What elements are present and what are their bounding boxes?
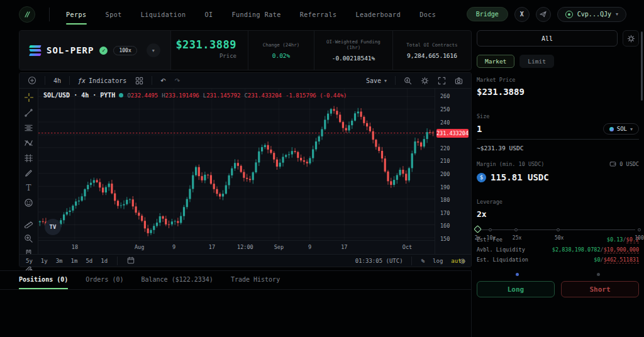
scrollbar-thumb[interactable] xyxy=(641,31,643,101)
layout-grid-button[interactable] xyxy=(132,75,147,86)
short-button[interactable]: Short xyxy=(561,281,639,297)
slider-tick-label: 10x xyxy=(487,235,496,241)
price-tick: 170 xyxy=(440,210,450,216)
magnifier-plus-icon xyxy=(24,234,33,243)
nav-item-referrals[interactable]: Referrals xyxy=(300,8,337,21)
solana-icon xyxy=(30,45,41,55)
slider-tick-label: 50x xyxy=(555,235,564,241)
range-1d-button[interactable]: 1d xyxy=(99,257,109,265)
nav-right-group: Bridge X Cvp...QJy ▾ xyxy=(467,7,626,22)
tradingview-logo[interactable]: TV xyxy=(45,219,61,235)
market-dropdown-button[interactable]: ▾ xyxy=(147,43,160,57)
long-button[interactable]: Long xyxy=(477,281,555,297)
size-asset-select[interactable]: SOL ▾ xyxy=(603,123,639,135)
app-root: Perps Spot Liquidation OI Funding Rate R… xyxy=(0,0,644,337)
range-3m-button[interactable]: 3m xyxy=(55,257,64,265)
emoji-tool[interactable] xyxy=(23,198,35,207)
market-selector[interactable]: SOL-PERP ✓ 100x ▾ xyxy=(19,31,171,70)
nav-item-funding-rate[interactable]: Funding Rate xyxy=(231,8,280,21)
nav-item-perps[interactable]: Perps xyxy=(66,8,87,21)
time-tick: 9 xyxy=(172,244,175,250)
crosshair-tool[interactable] xyxy=(23,92,35,102)
drawing-toolbar: T xyxy=(19,89,38,254)
time-axis[interactable]: 18Aug91712:00Sep917Oct xyxy=(38,240,435,254)
order-panel: All Market Limit Market Price $231.3889 … xyxy=(477,30,639,268)
order-settings-button[interactable] xyxy=(623,30,639,47)
wallet-button[interactable]: Cvp...QJy ▾ xyxy=(557,7,626,22)
x-social-button[interactable]: X xyxy=(514,7,530,22)
redo-button[interactable]: ↷ xyxy=(172,76,183,86)
liquidation-price[interactable]: $462.511831 xyxy=(604,257,639,263)
range-5d-button[interactable]: 5d xyxy=(84,257,94,265)
nav-item-leaderboard[interactable]: Leaderboard xyxy=(355,8,401,21)
telegram-button[interactable] xyxy=(536,7,551,22)
margin-label: Margin (min. 10 USDC) xyxy=(477,161,544,167)
tab-limit[interactable]: Limit xyxy=(519,55,554,68)
chart-plot-area[interactable]: SOL/USD · 4h · PYTH O232.4495 H233.19149… xyxy=(38,89,435,240)
add-compare-button[interactable] xyxy=(25,75,40,86)
interval-button[interactable]: 4h xyxy=(50,76,64,86)
fib-retracement-tool[interactable] xyxy=(23,123,35,133)
range-1m-button[interactable]: 1m xyxy=(70,257,79,265)
tab-orders[interactable]: Orders (0) xyxy=(86,276,123,289)
chart-plot-wrap: SOL/USD · 4h · PYTH O232.4495 H233.19149… xyxy=(38,89,435,254)
candlestick-chart[interactable] xyxy=(38,89,435,240)
nav-item-liquidation[interactable]: Liquidation xyxy=(141,8,186,21)
size-input[interactable] xyxy=(477,124,546,134)
undo-button[interactable]: ↶ xyxy=(157,76,169,86)
goto-date-button[interactable] xyxy=(126,256,136,266)
position-tool[interactable] xyxy=(23,153,35,163)
quick-search-button[interactable] xyxy=(401,75,415,86)
account-all-button[interactable]: All xyxy=(477,30,618,47)
range-5y-button[interactable]: 5y xyxy=(25,257,34,265)
wallet-address: Cvp...QJy xyxy=(577,11,611,18)
bridge-button[interactable]: Bridge xyxy=(467,7,508,21)
clock-utc[interactable]: 01:33:05 (UTC) xyxy=(355,258,403,264)
market-price-value: $231.3889 xyxy=(175,38,236,51)
tab-balance[interactable]: Balance ($122.2334) xyxy=(142,276,213,289)
slider-tick[interactable] xyxy=(489,228,492,231)
range-1y-button[interactable]: 1y xyxy=(40,257,49,265)
nav-item-spot[interactable]: Spot xyxy=(106,8,122,21)
axis-settings-button[interactable] xyxy=(459,258,466,266)
slider-tick[interactable] xyxy=(638,228,641,231)
stat-funding-value: -0.00218541% xyxy=(332,55,375,62)
percent-scale-button[interactable]: % xyxy=(420,257,426,265)
indicators-button[interactable]: ƒx Indicators xyxy=(75,76,130,86)
chart-settings-button[interactable] xyxy=(418,75,432,86)
text-tool[interactable]: T xyxy=(23,184,35,192)
market-price-block: $231.3889 Price xyxy=(175,31,248,70)
price-tick: 210 xyxy=(440,158,450,164)
slider-handle[interactable] xyxy=(474,225,482,233)
chevron-down-icon: ▾ xyxy=(630,126,633,132)
measure-tool[interactable] xyxy=(23,219,35,228)
nav-item-docs[interactable]: Docs xyxy=(419,8,436,21)
fib-lines-icon xyxy=(24,123,33,133)
smiley-icon xyxy=(24,198,33,207)
liquidity-max[interactable]: $10,900,000 xyxy=(604,246,639,253)
zoom-in-tool[interactable] xyxy=(23,234,35,243)
trendline-tool[interactable] xyxy=(23,108,35,118)
save-layout-button[interactable]: Save ▾ xyxy=(363,76,390,86)
nav-item-oi[interactable]: OI xyxy=(204,8,213,21)
tab-market[interactable]: Market xyxy=(477,55,514,68)
slider-tick[interactable] xyxy=(557,228,560,231)
tab-trade-history[interactable]: Trade History xyxy=(231,276,280,289)
log-scale-button[interactable]: log xyxy=(431,257,444,265)
positions-empty-area xyxy=(0,290,471,337)
price-axis[interactable]: 150160170180190200210220230240250260 231… xyxy=(435,89,471,254)
positions-panel: Positions (0) Orders (0) Balance ($122.2… xyxy=(0,270,472,337)
legend-symbol[interactable]: SOL/USD · 4h · PYTH xyxy=(43,92,115,99)
snapshot-button[interactable] xyxy=(452,75,466,86)
size-asset-label: SOL xyxy=(617,126,627,132)
stat-oi-funding: OI-Weighted Funding (1hr) -0.00218541% xyxy=(314,31,392,70)
slider-tick[interactable] xyxy=(514,228,518,231)
brush-tool[interactable] xyxy=(23,168,35,178)
wallet-balance[interactable]: 0 USDC xyxy=(609,160,639,167)
tab-positions[interactable]: Positions (0) xyxy=(19,276,68,289)
pattern-tool[interactable] xyxy=(23,138,35,148)
leverage-value: 2x xyxy=(477,209,639,219)
gear-icon xyxy=(459,258,466,265)
fullscreen-button[interactable] xyxy=(435,75,449,86)
app-logo[interactable] xyxy=(19,6,35,23)
